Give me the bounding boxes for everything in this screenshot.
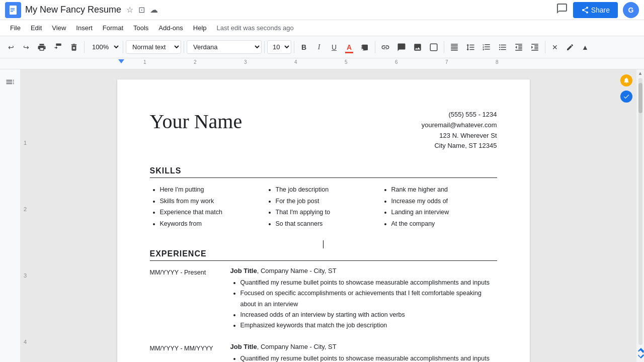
comment-button[interactable] (556, 3, 568, 17)
outline-icon[interactable] (5, 77, 15, 89)
user-avatar[interactable]: G (623, 2, 639, 18)
exp-bullet[interactable]: Quantified my resume bullet points to sh… (240, 278, 497, 288)
menu-view[interactable]: View (48, 22, 70, 34)
menu-format[interactable]: Format (99, 22, 127, 34)
skills-col-1: Here I'm putting Skills from my work Exp… (150, 184, 266, 229)
document-page[interactable]: Your Name (555) 555 - 1234 youremail@wha… (117, 79, 530, 362)
left-sidebar (0, 69, 20, 362)
highlight-button[interactable] (357, 40, 372, 55)
notification-icon[interactable] (620, 74, 632, 86)
resume-name[interactable]: Your Name (150, 110, 243, 133)
exp-date-2[interactable]: MM/YYYY - MM/YYYY (150, 343, 220, 362)
title-bar: My New Fancy Resume ☆ ⊡ ☁ Share G (0, 0, 644, 20)
redo-button[interactable]: ↪ (19, 40, 33, 55)
insert-image-button[interactable] (410, 40, 425, 55)
share-button[interactable]: Share (573, 2, 618, 18)
skills-section: SKILLS Here I'm putting Skills from my w… (150, 166, 497, 229)
more-options-button[interactable]: ▲ (578, 40, 592, 55)
skill-item[interactable]: Landing an interview (391, 207, 497, 218)
page-num-1: 1 (24, 140, 27, 146)
align-button[interactable] (447, 40, 462, 55)
skills-grid: Here I'm putting Skills from my work Exp… (150, 184, 497, 229)
menu-insert[interactable]: Insert (72, 22, 97, 34)
indent-more-button[interactable] (527, 40, 542, 55)
menu-addons[interactable]: Add-ons (154, 22, 187, 34)
skill-item[interactable]: Rank me higher and (391, 184, 497, 196)
bullet-list-button[interactable] (495, 40, 510, 55)
ruler-mark-6: 6 (395, 59, 398, 65)
document-area[interactable]: Your Name (555) 555 - 1234 youremail@wha… (30, 69, 616, 362)
skill-item[interactable]: Here I'm putting (160, 184, 266, 196)
menu-help[interactable]: Help (189, 22, 211, 34)
contact-phone[interactable]: (555) 555 - 1234 (422, 110, 497, 120)
insert-link-button[interactable] (378, 40, 393, 55)
underline-button[interactable]: U (327, 40, 341, 55)
clear-format-small-button[interactable] (66, 40, 82, 55)
skill-item[interactable]: For the job post (276, 196, 381, 207)
scrollbar[interactable]: ▲ (636, 69, 644, 362)
ruler-marker[interactable] (118, 59, 124, 63)
menu-file[interactable]: File (6, 22, 25, 34)
exp-bullet[interactable]: Quantified my resume bullet points to sh… (240, 353, 497, 362)
cloud-button[interactable]: ☁ (149, 4, 159, 16)
experience-section: EXPERIENCE MM/YYYY - Present Job Title, … (150, 249, 497, 362)
skill-item[interactable]: So that scanners (276, 218, 381, 230)
numbered-list-button[interactable] (479, 40, 494, 55)
skill-item[interactable]: The job description (276, 184, 381, 196)
scroll-track[interactable] (638, 78, 642, 345)
paint-format-button[interactable] (50, 40, 65, 55)
page-num-2: 2 (24, 206, 27, 212)
exp-bullet[interactable]: Increased odds of an interview by starti… (240, 310, 497, 320)
skills-col-3: Rank me higher and Increase my odds of L… (381, 184, 497, 229)
clear-formatting-button[interactable]: ✕ (548, 40, 562, 55)
font-size-select[interactable]: 10 11 12 14 (267, 40, 291, 54)
skill-item[interactable]: Keywords from (160, 218, 266, 230)
text-cursor (323, 240, 324, 248)
toolbar: ↩ ↪ 100% 75% 125% Normal text Heading 1 … (0, 36, 644, 58)
italic-button[interactable]: I (312, 40, 326, 55)
line-spacing-button[interactable] (463, 40, 478, 55)
contact-email[interactable]: youremail@whatever.com (422, 120, 497, 131)
menu-edit[interactable]: Edit (27, 22, 46, 34)
paragraph-style-select[interactable]: Normal text Heading 1 Heading 2 Title (126, 40, 181, 54)
exp-bullet[interactable]: Emphasized keywords that match the job d… (240, 320, 497, 331)
skill-item[interactable]: Skills from my work (160, 196, 266, 207)
divider-5 (294, 41, 294, 53)
skill-item[interactable]: That I'm applying to (276, 207, 381, 218)
indent-less-button[interactable] (511, 40, 526, 55)
ruler-content: 1 2 3 4 5 6 7 8 (93, 58, 506, 69)
scroll-thumb[interactable] (638, 83, 642, 113)
insert-comment-button[interactable] (394, 40, 409, 55)
exp-title-1[interactable]: Job Title, Company Name - City, ST (230, 267, 497, 275)
undo-button[interactable]: ↩ (4, 40, 18, 55)
cursor-area[interactable] (150, 239, 497, 249)
exp-title-2[interactable]: Job Title, Company Name - City, ST (230, 343, 497, 350)
print-button[interactable] (34, 40, 49, 55)
scroll-bottom-button[interactable] (634, 346, 645, 362)
bold-button[interactable]: B (297, 40, 311, 55)
folder-button[interactable]: ⊡ (137, 4, 146, 16)
scroll-up-button[interactable]: ▲ (636, 69, 644, 77)
contact-address[interactable]: 123 N. Wherever St (422, 131, 497, 141)
skills-list-3: Rank me higher and Increase my odds of L… (381, 184, 497, 229)
last-edit-text[interactable]: Last edit was seconds ago (217, 24, 294, 32)
menu-tools[interactable]: Tools (129, 22, 152, 34)
zoom-select[interactable]: 100% 75% 125% (87, 41, 120, 53)
exp-date-1[interactable]: MM/YYYY - Present (150, 267, 220, 331)
contact-city[interactable]: City Name, ST 12345 (422, 141, 497, 151)
font-select[interactable]: Verdana Arial Times New Roman (187, 40, 262, 54)
star-button[interactable]: ☆ (125, 4, 134, 16)
text-color-button[interactable]: A (342, 40, 356, 55)
editing-mode-button[interactable] (563, 40, 577, 55)
skill-item[interactable]: At the company (391, 218, 497, 230)
experience-title: EXPERIENCE (150, 249, 497, 261)
main-area: 1 2 3 4 5 Your Name (555) 555 - 1234 you… (0, 69, 644, 362)
text-bg-button[interactable] (426, 40, 441, 55)
skill-item[interactable]: Experience that match (160, 207, 266, 218)
menu-bar: File Edit View Insert Format Tools Add-o… (0, 20, 644, 36)
experience-entry-1: MM/YYYY - Present Job Title, Company Nam… (150, 267, 497, 331)
skill-item[interactable]: Increase my odds of (391, 196, 497, 207)
ruler-mark-8: 8 (496, 59, 499, 65)
check-icon[interactable] (620, 90, 632, 103)
exp-bullet[interactable]: Focused on specific accomplishments or a… (240, 288, 497, 310)
